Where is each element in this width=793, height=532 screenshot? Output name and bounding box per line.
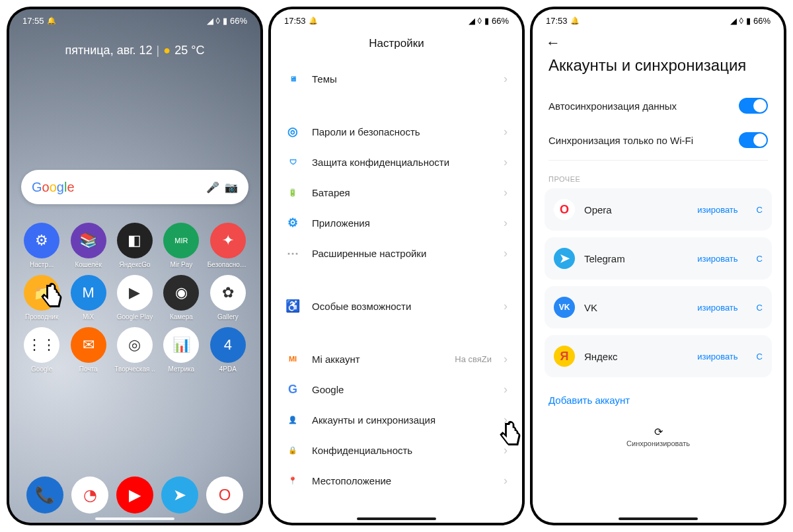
app-grid: ⚙Настр...📚Кошелёк◧ЯндексGoMIRMir Pay✦Без… bbox=[9, 204, 260, 373]
status-time: 17:55 bbox=[22, 16, 44, 26]
account-icon: VK bbox=[554, 297, 575, 318]
app-icon: ✉ bbox=[71, 327, 106, 363]
account-sync-action[interactable]: изировать bbox=[697, 303, 737, 313]
app-label: Кошелёк bbox=[75, 261, 101, 268]
toggle-switch[interactable] bbox=[739, 132, 768, 148]
account-extra[interactable]: С bbox=[757, 254, 763, 264]
google-logo: Google bbox=[32, 180, 75, 195]
row-label: Пароли и безопасность bbox=[312, 126, 492, 137]
row-label: Google bbox=[312, 384, 492, 395]
account-sync-action[interactable]: изировать bbox=[697, 254, 737, 264]
app-Творческая ..[interactable]: ◎Творческая .. bbox=[113, 327, 157, 373]
app-4PDA[interactable]: 44PDA bbox=[206, 327, 250, 373]
account-sync-action[interactable]: изировать bbox=[697, 205, 737, 215]
row-icon: MI bbox=[285, 352, 300, 366]
settings-row-Защита конфиденциальности[interactable]: 🛡 Защита конфиденциальности › bbox=[271, 147, 522, 177]
app-Проводник[interactable]: 📁Проводник bbox=[20, 275, 63, 321]
app-label: Google Play bbox=[117, 313, 153, 321]
chevron-right-icon: › bbox=[504, 474, 508, 488]
app-Mir Pay[interactable]: MIRMir Pay bbox=[159, 223, 203, 268]
row-icon: 🖥 bbox=[285, 71, 300, 86]
mic-icon[interactable]: 🎤 bbox=[206, 181, 219, 194]
row-icon: ◎ bbox=[285, 124, 300, 139]
toggle-autosync[interactable]: Автосинхронизация данных bbox=[533, 89, 784, 123]
chevron-right-icon: › bbox=[504, 155, 508, 169]
page-title: Настройки bbox=[271, 28, 522, 63]
back-button[interactable]: ← bbox=[533, 28, 784, 52]
dock-app[interactable]: 📞 bbox=[26, 476, 63, 513]
app-Почта[interactable]: ✉Почта bbox=[66, 327, 110, 373]
settings-row-Пароли и безопасность[interactable]: ◎ Пароли и безопасность › bbox=[271, 116, 522, 147]
app-icon: ⚙ bbox=[24, 223, 59, 258]
status-bar: 17:55 🔔 ◢ ◊ ▮ 66% bbox=[9, 9, 260, 28]
google-search-bar[interactable]: Google 🎤 📷 bbox=[21, 170, 248, 204]
account-icon: Я bbox=[554, 346, 575, 367]
row-icon: 🔋 bbox=[285, 185, 300, 200]
settings-row-Особые возможности[interactable]: ♿ Особые возможности › bbox=[271, 291, 522, 321]
row-label: Местоположение bbox=[312, 475, 492, 486]
dock-app[interactable]: ▶ bbox=[116, 476, 153, 513]
app-label: Gallery bbox=[217, 313, 239, 321]
status-bar: 17:53 🔔 ◢◊▮ 66% bbox=[271, 9, 522, 28]
app-Безопасност..[interactable]: ✦Безопасност.. bbox=[206, 223, 250, 268]
account-sync-action[interactable]: изировать bbox=[697, 352, 737, 361]
row-label: Расширенные настройки bbox=[312, 248, 492, 259]
toggle-wifi-only[interactable]: Синхронизация только по Wi-Fi bbox=[533, 123, 784, 157]
app-Настр...[interactable]: ⚙Настр... bbox=[20, 223, 63, 268]
app-Gallery[interactable]: ✿Gallery bbox=[206, 275, 250, 321]
toggle-switch[interactable] bbox=[739, 98, 768, 114]
settings-row-Местоположение[interactable]: 📍 Местоположение › bbox=[271, 465, 522, 496]
chevron-right-icon: › bbox=[504, 413, 508, 427]
account-name: Яндекс bbox=[584, 351, 688, 362]
app-icon: 📚 bbox=[71, 223, 106, 258]
home-indicator[interactable] bbox=[619, 517, 698, 520]
app-Метрика[interactable]: 📊Метрика bbox=[159, 327, 203, 373]
app-Кошелёк[interactable]: 📚Кошелёк bbox=[66, 223, 110, 268]
app-icon: ◉ bbox=[163, 275, 199, 311]
app-MiX[interactable]: MMiX bbox=[66, 275, 110, 321]
app-label: Mir Pay bbox=[170, 261, 192, 268]
account-extra[interactable]: С bbox=[757, 205, 763, 215]
app-Google Play[interactable]: ▶Google Play bbox=[113, 275, 157, 321]
dock-app[interactable]: ➤ bbox=[161, 476, 198, 513]
account-Telegram[interactable]: ➤ Telegram изировать С bbox=[545, 237, 772, 280]
home-indicator[interactable] bbox=[95, 517, 174, 520]
settings-row-Конфиденциальность[interactable]: 🔒 Конфиденциальность › bbox=[271, 435, 522, 465]
lens-icon[interactable]: 📷 bbox=[225, 181, 238, 194]
app-label: Настр... bbox=[30, 261, 54, 268]
add-account-link[interactable]: Добавить аккаунт bbox=[533, 384, 784, 416]
settings-row-Темы[interactable]: 🖥 Темы › bbox=[271, 63, 522, 94]
phone-home: 17:55 🔔 ◢ ◊ ▮ 66% пятница, авг. 12 | ● 2… bbox=[7, 7, 263, 525]
dock-app[interactable]: ◔ bbox=[71, 476, 108, 513]
sync-all-button[interactable]: ⟳ Синхронизировать bbox=[533, 416, 784, 447]
row-label: Конфиденциальность bbox=[312, 445, 492, 456]
battery-icon: ▮ bbox=[223, 16, 227, 26]
app-icon: 📁 bbox=[24, 275, 59, 311]
battery-pct: 66% bbox=[230, 16, 247, 26]
account-Яндекс[interactable]: Я Яндекс изировать С bbox=[545, 335, 772, 377]
settings-row-Батарея[interactable]: 🔋 Батарея › bbox=[271, 177, 522, 208]
chevron-right-icon: › bbox=[504, 186, 508, 200]
app-icon: ◎ bbox=[117, 327, 153, 363]
app-ЯндексGo[interactable]: ◧ЯндексGo bbox=[113, 223, 157, 268]
settings-row-Google[interactable]: G Google › bbox=[271, 374, 522, 404]
row-label: Особые возможности bbox=[312, 301, 492, 312]
settings-row-Приложения[interactable]: ⚙ Приложения › bbox=[271, 208, 522, 238]
account-extra[interactable]: С bbox=[757, 352, 763, 361]
weather-widget[interactable]: пятница, авг. 12 | ● 25 °C bbox=[9, 44, 260, 57]
app-Google[interactable]: ⋮⋮Google bbox=[20, 327, 63, 373]
settings-row-Аккаунты и синхронизация[interactable]: 👤 Аккаунты и синхронизация › bbox=[271, 404, 522, 435]
home-indicator[interactable] bbox=[357, 517, 436, 520]
account-extra[interactable]: С bbox=[757, 303, 763, 313]
row-label: Mi аккаунт bbox=[312, 354, 443, 365]
settings-row-Расширенные настройки[interactable]: ⋯ Расширенные настройки › bbox=[271, 238, 522, 268]
settings-row-Mi аккаунт[interactable]: MI Mi аккаунт На свяZи › bbox=[271, 344, 522, 374]
app-Камера[interactable]: ◉Камера bbox=[159, 275, 203, 321]
account-name: Opera bbox=[584, 204, 688, 215]
app-icon: ✦ bbox=[210, 223, 246, 258]
dock-app[interactable]: O bbox=[206, 476, 243, 513]
row-label: Аккаунты и синхронизация bbox=[312, 414, 492, 426]
status-bar: 17:53 🔔 ◢◊▮ 66% bbox=[533, 9, 784, 28]
account-Opera[interactable]: O Opera изировать С bbox=[545, 188, 772, 231]
account-VK[interactable]: VK VK изировать С bbox=[545, 286, 772, 328]
